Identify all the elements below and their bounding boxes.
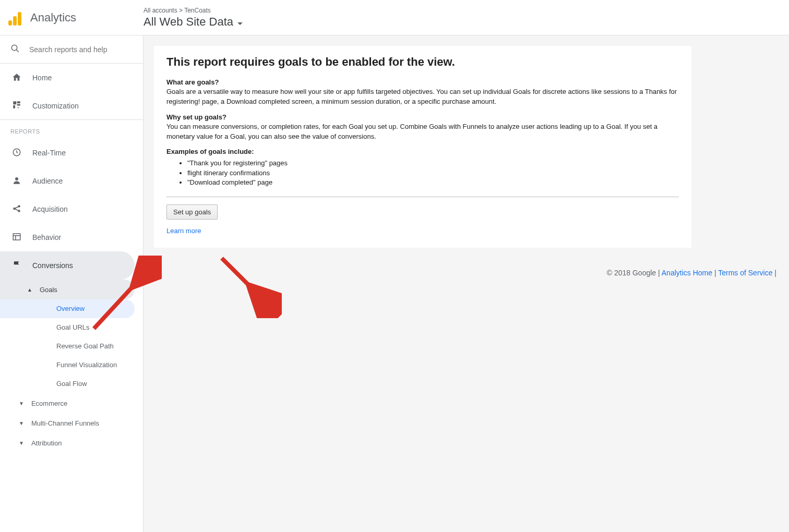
home-icon xyxy=(10,72,23,83)
nav-attribution[interactable]: ▼ Attribution xyxy=(0,433,135,453)
breadcrumb-path[interactable]: All accounts > TenCoats xyxy=(144,7,243,14)
nav-label: Goal URLs xyxy=(56,323,90,332)
copyright: © 2018 Google xyxy=(607,269,656,277)
nav-multi-channel-funnels[interactable]: ▼ Multi-Channel Funnels xyxy=(0,413,135,433)
nav-funnel-visualization[interactable]: Funnel Visualization xyxy=(0,356,135,374)
nav-label: Acquisition xyxy=(32,205,68,213)
why-heading: Why set up goals? xyxy=(166,113,679,121)
nav-label: Funnel Visualization xyxy=(56,361,117,370)
report-title: This report requires goals to be enabled… xyxy=(166,55,679,69)
nav-label: Behavior xyxy=(32,233,61,241)
nav-audience[interactable]: Audience xyxy=(0,167,143,195)
svg-line-1 xyxy=(16,50,19,52)
example-item: flight itinerary confirmations xyxy=(187,168,679,178)
divider xyxy=(166,197,679,197)
nav-behavior[interactable]: Behavior xyxy=(0,223,143,251)
svg-rect-12 xyxy=(13,234,20,240)
svg-rect-2 xyxy=(13,101,16,104)
nav-label: Attribution xyxy=(31,439,62,447)
nav-label: Ecommerce xyxy=(31,400,67,407)
analytics-home-link[interactable]: Analytics Home xyxy=(662,269,712,277)
breadcrumb: All accounts > TenCoats All Web Site Dat… xyxy=(144,7,243,29)
account-label: All Web Site Data xyxy=(144,15,233,29)
triangle-down-icon: ▼ xyxy=(19,420,24,426)
nav-label: Multi-Channel Funnels xyxy=(31,419,99,427)
nav-goals-overview[interactable]: Overview xyxy=(0,299,135,318)
nav-label: Goals xyxy=(40,286,57,294)
share-icon xyxy=(10,204,23,215)
nav-label: Overview xyxy=(56,305,85,313)
example-item: "Download completed" page xyxy=(187,178,679,187)
svg-point-8 xyxy=(15,177,18,180)
learn-more-link[interactable]: Learn more xyxy=(166,227,201,235)
app-header: Analytics All accounts > TenCoats All We… xyxy=(0,0,789,35)
content-area: This report requires goals to be enabled… xyxy=(144,35,789,532)
person-icon xyxy=(10,176,23,187)
nav-label: Customization xyxy=(32,102,79,110)
nav-label: Real-Time xyxy=(32,149,66,157)
app-title: Analytics xyxy=(30,11,76,25)
nav-conversions[interactable]: Conversions xyxy=(0,251,135,280)
search-row[interactable] xyxy=(0,35,143,64)
example-item: "Thank you for registering" pages xyxy=(187,159,679,168)
svg-rect-3 xyxy=(17,101,20,103)
caret-down-icon xyxy=(237,15,243,29)
nav-customization[interactable]: + Customization xyxy=(0,92,143,120)
logo-block[interactable]: Analytics xyxy=(8,10,144,26)
flag-icon xyxy=(10,260,23,271)
nav-goals[interactable]: ▲ Goals xyxy=(0,280,135,299)
nav-goals-urls[interactable]: Goal URLs xyxy=(0,318,135,337)
nav-label: Audience xyxy=(32,177,63,185)
nav-realtime[interactable]: Real-Time xyxy=(0,139,143,167)
examples-heading: Examples of goals include: xyxy=(166,148,679,155)
nav-label: Home xyxy=(32,74,52,82)
svg-point-0 xyxy=(11,45,17,51)
nav-ecommerce[interactable]: ▼ Ecommerce xyxy=(0,393,135,413)
what-heading: What are goals? xyxy=(166,78,679,86)
nav-label: Goal Flow xyxy=(56,380,87,389)
nav-goal-flow[interactable]: Goal Flow xyxy=(0,374,135,393)
search-icon xyxy=(10,44,20,55)
why-body: You can measure conversions, or completi… xyxy=(166,122,679,142)
nav-reverse-goal-path[interactable]: Reverse Goal Path xyxy=(0,337,135,356)
dashboard-icon: + xyxy=(10,100,23,111)
triangle-down-icon: ▼ xyxy=(19,401,24,406)
sidebar: Home + Customization REPORTS Real-Time A… xyxy=(0,35,144,532)
footer: © 2018 Google | Analytics Home | Terms o… xyxy=(154,269,779,277)
nav-label: Reverse Goal Path xyxy=(56,342,114,351)
nav-acquisition[interactable]: Acquisition xyxy=(0,195,143,223)
reports-section-label: REPORTS xyxy=(0,120,143,139)
analytics-logo-icon xyxy=(8,10,24,26)
account-selector[interactable]: All Web Site Data xyxy=(144,15,243,29)
nav-home[interactable]: Home xyxy=(0,64,143,92)
triangle-up-icon: ▲ xyxy=(27,287,32,293)
clock-icon xyxy=(10,148,23,159)
examples-list: "Thank you for registering" pages flight… xyxy=(166,159,679,187)
triangle-down-icon: ▼ xyxy=(19,440,24,446)
svg-rect-4 xyxy=(13,105,15,108)
search-input[interactable] xyxy=(29,45,133,54)
terms-link[interactable]: Terms of Service xyxy=(718,269,772,277)
layout-icon xyxy=(10,232,23,243)
what-body: Goals are a versatile way to measure how… xyxy=(166,87,679,107)
svg-text:+: + xyxy=(17,105,20,110)
report-card: This report requires goals to be enabled… xyxy=(154,46,691,248)
nav-label: Conversions xyxy=(32,261,73,270)
setup-goals-button[interactable]: Set up goals xyxy=(166,204,218,220)
